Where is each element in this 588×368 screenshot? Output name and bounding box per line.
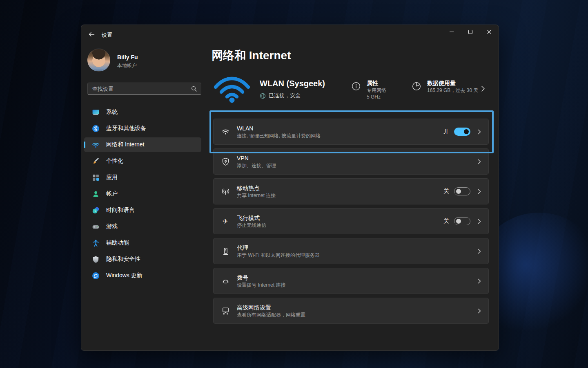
card-subtitle: 查看所有网络适配器，网络重置 xyxy=(237,312,477,318)
search-input[interactable] xyxy=(88,86,191,92)
advanced-network-icon xyxy=(221,307,230,315)
search-icon xyxy=(191,85,197,92)
chevron-right-icon xyxy=(477,129,482,135)
card-subtitle: 添加、连接、管理 xyxy=(237,162,477,169)
card-title: WLAN xyxy=(237,125,443,132)
back-arrow-icon xyxy=(88,31,95,38)
settings-card-wlan[interactable]: WLAN 连接, 管理已知网络, 按流量计费的网络 开 xyxy=(213,119,489,145)
sidebar-item-privacy[interactable]: 隐私和安全性 xyxy=(84,252,201,267)
connection-status-text: 已连接，安全 xyxy=(269,92,301,99)
card-title: 飞行模式 xyxy=(237,214,443,222)
sidebar-item-accounts[interactable]: 帐户 xyxy=(84,186,201,201)
chevron-right-icon xyxy=(477,308,482,314)
proxy-icon xyxy=(221,247,230,256)
settings-card-vpn[interactable]: VPN 添加、连接、管理 xyxy=(213,148,489,175)
settings-card-advanced-network[interactable]: 高级网络设置 查看所有网络适配器，网络重置 xyxy=(213,298,489,324)
airplane-icon: ✈ xyxy=(221,217,230,225)
pie-chart-icon xyxy=(412,81,421,91)
sidebar-item-gaming[interactable]: 游戏 xyxy=(84,219,201,234)
card-subtitle: 用于 Wi-Fi 和以太网连接的代理服务器 xyxy=(237,252,477,258)
card-title: 拨号 xyxy=(237,274,477,282)
chevron-right-icon xyxy=(477,159,482,164)
properties-title: 属性 xyxy=(367,79,386,87)
data-usage-value: 165.29 GB，过去 30 天 xyxy=(427,87,478,94)
avatar xyxy=(87,49,110,72)
desktop: { "window": { "title": "设置" }, "profile"… xyxy=(0,0,588,368)
system-icon xyxy=(91,108,100,116)
wlan-toggle-state: 开 xyxy=(443,128,449,135)
profile-name: Billy Fu xyxy=(117,54,138,61)
personalization-icon xyxy=(91,157,100,165)
airplane-toggle[interactable] xyxy=(454,217,470,225)
settings-card-proxy[interactable]: 代理 用于 Wi-Fi 和以太网连接的代理服务器 xyxy=(213,238,489,264)
properties-block[interactable]: 属性 专用网络 5 GHz xyxy=(351,79,386,100)
chevron-right-icon xyxy=(477,278,482,284)
apps-icon xyxy=(91,173,100,182)
chevron-right-icon xyxy=(477,189,482,194)
chevron-right-icon xyxy=(477,249,482,254)
data-usage-block[interactable]: 数据使用量 165.29 GB，过去 30 天 xyxy=(412,79,478,94)
hotspot-toggle[interactable] xyxy=(454,187,470,195)
connection-name: WLAN (Sysgeek) xyxy=(260,79,325,88)
title-bar: 设置 xyxy=(81,25,499,45)
sidebar-nav: 系统 蓝牙和其他设备 网络和 Internet 个性化 应用 帐户 时间和语言 … xyxy=(84,105,201,283)
back-button[interactable] xyxy=(85,29,98,40)
dialup-icon xyxy=(221,277,230,285)
hero-chevron-icon[interactable] xyxy=(481,85,485,92)
bluetooth-icon xyxy=(91,124,100,132)
card-title: 高级网络设置 xyxy=(237,304,477,312)
properties-band: 5 GHz xyxy=(367,94,386,100)
wifi-icon xyxy=(221,128,230,136)
sidebar-item-network[interactable]: 网络和 Internet xyxy=(84,137,201,152)
settings-window: 设置 Billy Fu 本地帐户 系统 xyxy=(81,25,499,351)
settings-card-mobile-hotspot[interactable]: 移动热点 共享 Internet 连接 关 xyxy=(213,178,489,204)
mobile-hotspot-icon xyxy=(221,187,230,196)
close-icon xyxy=(486,28,493,36)
search-box[interactable] xyxy=(87,83,201,95)
user-profile[interactable]: Billy Fu 本地帐户 xyxy=(87,49,202,72)
profile-account-type: 本地帐户 xyxy=(117,62,137,69)
globe-icon xyxy=(260,93,266,99)
minimize-icon xyxy=(448,28,455,36)
chevron-right-icon xyxy=(477,219,482,224)
sidebar-item-bluetooth[interactable]: 蓝牙和其他设备 xyxy=(84,121,201,136)
card-title: 移动热点 xyxy=(237,184,443,192)
sidebar-item-accessibility[interactable]: 辅助功能 xyxy=(84,236,201,250)
privacy-icon xyxy=(91,255,100,263)
wifi-hero-icon xyxy=(212,74,252,103)
maximize-icon xyxy=(467,28,474,36)
time-language-icon xyxy=(91,206,100,214)
page-title: 网络和 Internet xyxy=(212,48,291,63)
sidebar-item-time-language[interactable]: 时间和语言 xyxy=(84,203,201,218)
minimize-button[interactable] xyxy=(442,25,461,39)
connection-hero: WLAN (Sysgeek) 已连接，安全 属性 专用网络 5 GHz 数据使用… xyxy=(212,73,489,110)
wlan-toggle[interactable] xyxy=(454,128,470,136)
sidebar-item-system[interactable]: 系统 xyxy=(84,105,201,119)
data-usage-title: 数据使用量 xyxy=(427,79,478,87)
close-button[interactable] xyxy=(480,25,499,39)
card-subtitle: 共享 Internet 连接 xyxy=(237,192,443,199)
gaming-icon xyxy=(91,222,100,231)
app-title: 设置 xyxy=(102,31,112,39)
card-subtitle: 停止无线通信 xyxy=(237,222,443,229)
settings-card-airplane-mode[interactable]: ✈ 飞行模式 停止无线通信 关 xyxy=(213,208,489,234)
card-subtitle: 连接, 管理已知网络, 按流量计费的网络 xyxy=(237,132,443,139)
card-title: VPN xyxy=(237,155,477,162)
sidebar-item-windows-update[interactable]: Windows 更新 xyxy=(84,268,201,283)
sidebar-item-apps[interactable]: 应用 xyxy=(84,170,201,185)
windows-update-icon xyxy=(91,272,100,280)
card-subtitle: 设置拨号 Internet 连接 xyxy=(237,282,477,288)
maximize-button[interactable] xyxy=(461,25,480,39)
hotspot-toggle-state: 关 xyxy=(443,188,449,195)
accessibility-icon xyxy=(91,239,100,247)
settings-card-dialup[interactable]: 拨号 设置拨号 Internet 连接 xyxy=(213,268,489,294)
sidebar-item-personalization[interactable]: 个性化 xyxy=(84,154,201,168)
info-icon xyxy=(351,81,361,91)
properties-network-type: 专用网络 xyxy=(367,87,386,94)
network-icon xyxy=(91,141,100,149)
accounts-icon xyxy=(91,190,100,198)
vpn-shield-icon xyxy=(221,157,230,166)
card-title: 代理 xyxy=(237,244,477,252)
window-controls xyxy=(442,25,499,39)
connection-status: 已连接，安全 xyxy=(260,92,301,99)
